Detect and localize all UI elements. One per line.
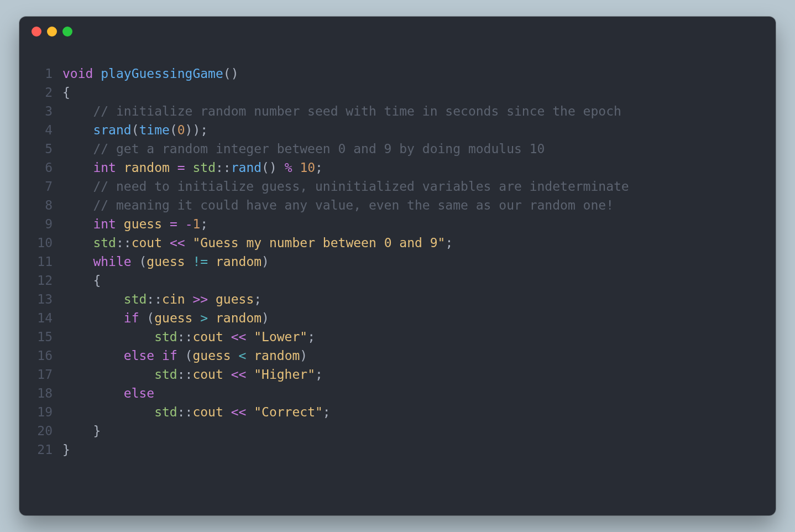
token-punc bbox=[116, 160, 124, 175]
line-number: 12 bbox=[30, 271, 62, 290]
code-content[interactable]: std::cout << "Correct"; bbox=[62, 403, 765, 421]
code-content[interactable]: // need to initialize guess, uninitializ… bbox=[62, 177, 765, 196]
token-type: int bbox=[93, 160, 116, 175]
token-opp: - bbox=[185, 217, 193, 231]
token-ns: std bbox=[154, 367, 177, 382]
code-content[interactable]: // initialize random number seed with ti… bbox=[62, 102, 765, 121]
token-op: != bbox=[192, 254, 208, 269]
code-line[interactable]: 12 { bbox=[30, 271, 765, 290]
token-punc: ) bbox=[261, 254, 269, 269]
code-content[interactable]: { bbox=[62, 271, 765, 290]
code-line[interactable]: 8 // meaning it could have any value, ev… bbox=[30, 196, 765, 215]
code-content[interactable]: void playGuessingGame() bbox=[62, 64, 765, 83]
token-punc bbox=[62, 142, 93, 156]
token-punc bbox=[292, 160, 300, 175]
code-line[interactable]: 16 else if (guess < random) bbox=[30, 346, 765, 365]
code-content[interactable]: while (guess != random) bbox=[62, 252, 765, 271]
code-content[interactable]: else if (guess < random) bbox=[62, 346, 765, 365]
token-punc: :: bbox=[147, 292, 162, 306]
token-opp: << bbox=[231, 367, 247, 382]
token-punc: () bbox=[223, 66, 239, 81]
token-var: cout bbox=[192, 330, 223, 344]
token-punc: ; bbox=[307, 330, 315, 344]
token-punc bbox=[62, 104, 93, 118]
token-punc: ; bbox=[254, 292, 261, 306]
code-content[interactable]: std::cin >> guess; bbox=[62, 290, 765, 309]
token-punc bbox=[231, 348, 239, 363]
code-content[interactable]: std::cout << "Lower"; bbox=[62, 327, 765, 346]
token-punc bbox=[185, 236, 193, 250]
code-content[interactable]: std::cout << "Guess my number between 0 … bbox=[62, 233, 765, 252]
token-punc bbox=[116, 217, 124, 231]
token-punc: ) bbox=[261, 311, 269, 325]
code-line[interactable]: 5 // get a random integer between 0 and … bbox=[30, 139, 765, 158]
token-cmt: // meaning it could have any value, even… bbox=[93, 198, 614, 212]
code-line[interactable]: 3 // initialize random number seed with … bbox=[30, 102, 765, 121]
code-line[interactable]: 15 std::cout << "Lower"; bbox=[30, 327, 765, 346]
token-var: cout bbox=[192, 367, 223, 382]
code-line[interactable]: 6 int random = std::rand() % 10; bbox=[30, 158, 765, 177]
token-punc: ; bbox=[323, 405, 331, 419]
line-number: 3 bbox=[30, 102, 62, 121]
code-line[interactable]: 13 std::cin >> guess; bbox=[30, 290, 765, 309]
token-opp: >> bbox=[192, 292, 208, 306]
code-line[interactable]: 1void playGuessingGame() bbox=[30, 64, 765, 83]
code-content[interactable]: // meaning it could have any value, even… bbox=[62, 196, 765, 215]
token-opp: << bbox=[170, 236, 185, 250]
token-var: random bbox=[216, 254, 261, 269]
code-content[interactable]: } bbox=[62, 421, 765, 440]
token-punc bbox=[246, 330, 254, 344]
token-punc: :: bbox=[216, 160, 231, 175]
token-punc bbox=[62, 254, 93, 269]
minimize-icon[interactable] bbox=[47, 27, 57, 36]
code-content[interactable]: srand(time(0)); bbox=[62, 121, 765, 139]
code-content[interactable]: else bbox=[62, 384, 765, 403]
token-num: 1 bbox=[192, 217, 200, 231]
code-content[interactable]: } bbox=[62, 440, 765, 459]
code-line[interactable]: 7 // need to initialize guess, uninitial… bbox=[30, 177, 765, 196]
code-line[interactable]: 2{ bbox=[30, 83, 765, 102]
token-opp: % bbox=[285, 160, 292, 175]
token-punc bbox=[62, 330, 154, 344]
code-line[interactable]: 17 std::cout << "Higher"; bbox=[30, 365, 765, 384]
code-content[interactable]: // get a random integer between 0 and 9 … bbox=[62, 139, 765, 158]
token-str: "Guess my number between 0 and 9" bbox=[192, 236, 445, 250]
editor-window: 1void playGuessingGame()2{3 // initializ… bbox=[19, 17, 776, 515]
code-line[interactable]: 10 std::cout << "Guess my number between… bbox=[30, 233, 765, 252]
code-line[interactable]: 14 if (guess > random) bbox=[30, 309, 765, 327]
line-number: 10 bbox=[30, 233, 62, 252]
token-punc: ; bbox=[315, 367, 323, 382]
code-line[interactable]: 19 std::cout << "Correct"; bbox=[30, 403, 765, 421]
line-number: 18 bbox=[30, 384, 62, 403]
token-opp: << bbox=[231, 405, 247, 419]
token-punc: ( bbox=[132, 123, 139, 137]
code-content[interactable]: if (guess > random) bbox=[62, 309, 765, 327]
line-number: 6 bbox=[30, 158, 62, 177]
token-punc bbox=[93, 66, 101, 81]
code-line[interactable]: 21} bbox=[30, 440, 765, 459]
code-line[interactable]: 11 while (guess != random) bbox=[30, 252, 765, 271]
code-content[interactable]: { bbox=[62, 83, 765, 102]
token-punc: () bbox=[261, 160, 285, 175]
code-content[interactable]: int guess = -1; bbox=[62, 215, 765, 233]
token-punc bbox=[162, 236, 170, 250]
zoom-icon[interactable] bbox=[62, 27, 72, 36]
code-line[interactable]: 9 int guess = -1; bbox=[30, 215, 765, 233]
token-opp: << bbox=[231, 330, 247, 344]
line-number: 21 bbox=[30, 440, 62, 459]
code-line[interactable]: 18 else bbox=[30, 384, 765, 403]
close-icon[interactable] bbox=[32, 27, 41, 36]
token-punc bbox=[192, 311, 200, 325]
code-content[interactable]: int random = std::rand() % 10; bbox=[62, 158, 765, 177]
token-var: guess bbox=[124, 217, 162, 231]
token-punc: :: bbox=[177, 367, 193, 382]
code-line[interactable]: 4 srand(time(0)); bbox=[30, 121, 765, 139]
token-var: random bbox=[254, 348, 300, 363]
code-editor[interactable]: 1void playGuessingGame()2{3 // initializ… bbox=[19, 42, 776, 515]
code-line[interactable]: 20 } bbox=[30, 421, 765, 440]
token-str: "Higher" bbox=[254, 367, 315, 382]
code-content[interactable]: std::cout << "Higher"; bbox=[62, 365, 765, 384]
token-punc: ( bbox=[139, 311, 154, 325]
token-punc: ( bbox=[177, 348, 193, 363]
line-number: 5 bbox=[30, 139, 62, 158]
